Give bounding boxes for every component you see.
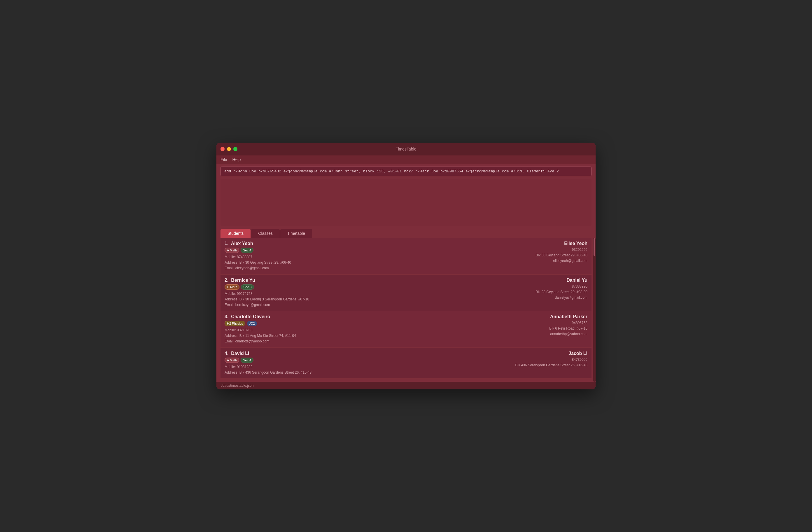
tabs-bar: Students Classes Timetable	[216, 226, 596, 238]
tag-cmath: C Math	[224, 284, 240, 290]
student-name: 1. Alex Yeoh	[224, 241, 291, 246]
student-info: 3. Charlotte Oliveiro H2 Physics JC2 Mob…	[224, 314, 296, 344]
student-name: 4. David Li	[224, 351, 311, 356]
student-email: Email: alexyeoh@gmail.com	[224, 265, 291, 271]
student-info: 2. Bernice Yu C Math Sec 3 Mobile: 99272…	[224, 278, 309, 308]
table-row: 3. Charlotte Oliveiro H2 Physics JC2 Mob…	[220, 311, 592, 347]
nok-info: Elise Yeoh 93292556 Blk 30 Geylang Stree…	[536, 241, 588, 264]
scrollbar-thumb[interactable]	[594, 238, 595, 256]
student-mobile: Mobile: 99272758	[224, 291, 309, 297]
nok-name: Daniel Yu	[536, 278, 588, 283]
tag-h2physics: H2 Physics	[224, 321, 245, 326]
tag-sec: Sec 3	[241, 284, 254, 290]
student-list: 1. Alex Yeoh A Math Sec 4 Mobile: 874388…	[216, 238, 596, 382]
tab-timetable[interactable]: Timetable	[280, 229, 312, 238]
traffic-lights	[220, 147, 237, 151]
tab-students[interactable]: Students	[220, 229, 250, 238]
student-tags: C Math Sec 3	[224, 284, 309, 290]
nok-info: Daniel Yu 87338920 Blk 28 Geylang Street…	[536, 278, 588, 301]
menu-file[interactable]: File	[220, 157, 227, 162]
tag-sec: Sec 4	[241, 358, 253, 363]
nok-address: Blk 6 Petir Road, #07-16	[549, 326, 588, 331]
student-address: Address: Blk 30 Lorong 3 Serangoon Garde…	[224, 297, 309, 302]
close-button[interactable]	[220, 147, 224, 151]
student-info: 1. Alex Yeoh A Math Sec 4 Mobile: 874388…	[224, 241, 291, 271]
student-name: 2. Bernice Yu	[224, 278, 309, 283]
tag-amath: A Math	[224, 248, 239, 253]
table-row: 1. Alex Yeoh A Math Sec 4 Mobile: 874388…	[220, 238, 592, 274]
student-address: Address: Blk 30 Geylang Street 29, #06-4…	[224, 260, 291, 265]
nok-email: annabethp@yahoo.com	[549, 331, 588, 337]
nok-phone: 87338920	[536, 284, 588, 289]
student-tags: H2 Physics JC2	[224, 321, 296, 326]
student-mobile: Mobile: 93210283	[224, 328, 296, 333]
command-area	[216, 163, 596, 179]
student-name: 3. Charlotte Oliveiro	[224, 314, 296, 319]
nok-email: eliseyeoh@gmail.com	[536, 258, 588, 264]
nok-email: danielyu@gmail.com	[536, 295, 588, 300]
nok-address: Blk 28 Geylang Street 29, #08-30	[536, 289, 588, 295]
nok-phone: 84739056	[516, 357, 588, 362]
student-email: Email: berniceyu@gmail.com	[224, 302, 309, 308]
command-input[interactable]	[220, 167, 592, 176]
student-address: Address: Blk 436 Serangoon Gardens Stree…	[224, 370, 311, 375]
minimize-button[interactable]	[227, 147, 231, 151]
status-text: ./data/timestable.json	[220, 384, 253, 388]
window-title: TimesTable	[395, 147, 416, 152]
tag-jc: JC2	[247, 321, 257, 326]
status-bar: ./data/timestable.json	[216, 382, 596, 389]
nok-name: Annabeth Parker	[549, 314, 588, 319]
menu-bar: File Help	[216, 156, 596, 163]
student-tags: A Math Sec 4	[224, 358, 311, 363]
student-info: 4. David Li A Math Sec 4 Mobile: 9103128…	[224, 351, 311, 375]
nok-name: Elise Yeoh	[536, 241, 588, 246]
app-window: TimesTable File Help Students Classes Ti…	[216, 143, 596, 389]
nok-info: Jacob Li 84739056 Blk 436 Serangoon Gard…	[516, 351, 588, 368]
nok-address: Blk 436 Serangoon Gardens Street 26, #16…	[516, 362, 588, 368]
tag-sec: Sec 4	[241, 248, 253, 253]
tag-amath: A Math	[224, 358, 239, 363]
title-bar: TimesTable	[216, 143, 596, 156]
nok-info: Annabeth Parker 94896758 Blk 6 Petir Roa…	[549, 314, 588, 337]
tab-classes[interactable]: Classes	[251, 229, 280, 238]
nok-phone: 93292556	[536, 247, 588, 253]
table-row: 4. David Li A Math Sec 4 Mobile: 9103128…	[220, 348, 592, 378]
table-row: 2. Bernice Yu C Math Sec 3 Mobile: 99272…	[220, 275, 592, 311]
scrollbar[interactable]	[593, 238, 596, 382]
student-mobile: Mobile: 87438807	[224, 254, 291, 260]
maximize-button[interactable]	[233, 147, 237, 151]
nok-name: Jacob Li	[516, 351, 588, 356]
menu-help[interactable]: Help	[232, 157, 241, 162]
nok-phone: 94896758	[549, 320, 588, 326]
nok-address: Blk 30 Geylang Street 29, #06-40	[536, 253, 588, 258]
student-mobile: Mobile: 91031282	[224, 364, 311, 370]
student-email: Email: charlotte@yahoo.com	[224, 339, 296, 344]
student-tags: A Math Sec 4	[224, 248, 291, 253]
student-address: Address: Blk 11 Ang Mo Kio Street 74, #1…	[224, 333, 296, 339]
output-area	[220, 179, 592, 226]
